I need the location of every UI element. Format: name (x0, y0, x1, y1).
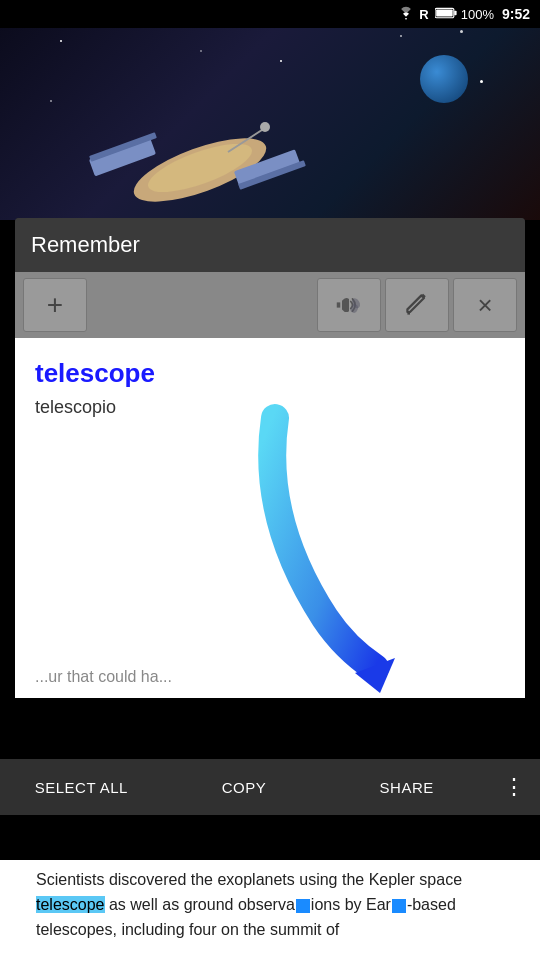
article-text-after1: as well as ground observa (105, 896, 295, 913)
close-icon: × (477, 292, 492, 318)
bottom-article: Scientists discovered the exoplanets usi… (0, 860, 540, 960)
status-bar: R 100% 9:52 (0, 0, 540, 28)
battery-icon (435, 7, 457, 22)
svg-rect-1 (436, 9, 453, 16)
close-button[interactable]: × (453, 278, 517, 332)
article-text-after2: ions by Ear (311, 896, 391, 913)
speak-icon (335, 291, 363, 319)
time-display: 9:52 (502, 6, 530, 22)
add-icon: + (47, 291, 63, 319)
spacecraft-image (80, 110, 320, 220)
share-button[interactable]: SHARE (325, 763, 488, 812)
svg-rect-2 (454, 10, 456, 15)
article-preview: ...ur that could ha... (35, 668, 505, 686)
space-background (0, 0, 540, 220)
curved-arrow-decoration (245, 398, 445, 698)
selection-handle-left (296, 899, 310, 913)
highlighted-telescope: telescope (36, 896, 105, 913)
select-all-button[interactable]: SELECT ALL (0, 763, 163, 812)
signal-label: R (419, 7, 428, 22)
selection-handle-right (392, 899, 406, 913)
more-options-button[interactable]: ⋮ (488, 758, 540, 816)
remember-title: Remember (31, 232, 140, 257)
edit-button[interactable] (385, 278, 449, 332)
copy-button[interactable]: COPY (163, 763, 326, 812)
speak-button[interactable] (317, 278, 381, 332)
article-text-before: Scientists discovered the exoplanets usi… (36, 871, 462, 888)
dictionary-content: telescope telescopio ...ur that could ha… (15, 338, 525, 698)
context-menu: SELECT ALL COPY SHARE ⋮ (0, 759, 540, 815)
svg-point-10 (260, 122, 270, 132)
add-button[interactable]: + (23, 278, 87, 332)
toolbar: + × (15, 272, 525, 338)
wifi-icon (397, 6, 415, 23)
remember-card: Remember + (15, 218, 525, 698)
battery-percent: 100% (461, 7, 494, 22)
remember-header: Remember (15, 218, 525, 272)
edit-icon (403, 291, 431, 319)
word-title: telescope (35, 358, 505, 389)
